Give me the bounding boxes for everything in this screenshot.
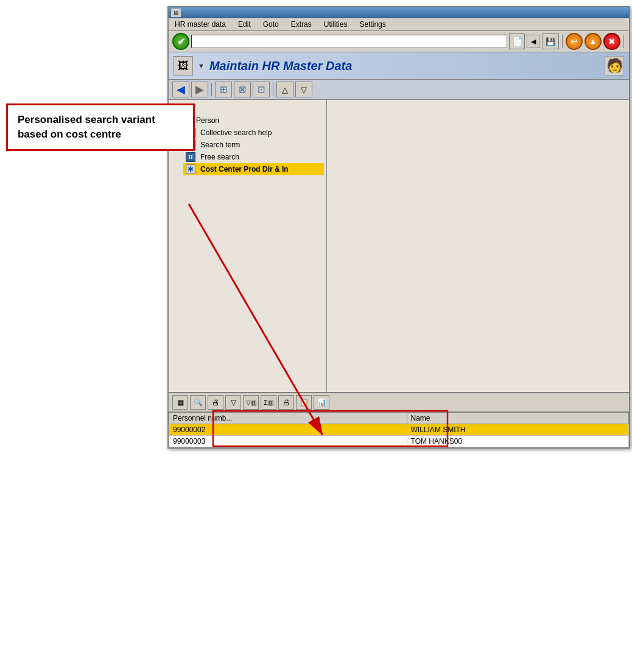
title-bar: 🖥 — [169, 7, 629, 18]
main-toolbar: ✔ 📄 ◀ 💾 ↩ ▲ ✖ — [169, 31, 629, 52]
menu-extras[interactable]: Extras — [290, 19, 313, 29]
callout-text: Personalised search variant based on cos… — [18, 114, 155, 140]
sub-separator-1 — [211, 83, 212, 96]
menu-goto[interactable]: Goto — [262, 19, 280, 29]
grid-btn-1[interactable]: ⊞ — [215, 82, 232, 97]
cancel-button[interactable]: ✖ — [603, 33, 620, 50]
col-personnel-number: Personnel numb... — [169, 413, 407, 424]
cell-id-2: 99000003 — [169, 436, 407, 447]
copy-btn[interactable]: 📋 — [296, 395, 312, 410]
col-name: Name — [407, 413, 628, 424]
cell-name-1: WILLIAM SMITH — [407, 424, 628, 436]
menu-utilities[interactable]: Utilities — [323, 19, 349, 29]
tree-item-label-free-search: Free search — [200, 153, 239, 161]
tree-item-cost-center[interactable]: ✱ Cost Center Prod Dir & In — [183, 163, 324, 175]
chart-btn[interactable]: 📊 — [314, 395, 329, 410]
tree-item-label-search-term: Search term — [200, 141, 240, 149]
up-btn[interactable]: △ — [276, 82, 293, 97]
sap-window: 🖥 HR master data Edit Goto Extras Utilit… — [167, 6, 630, 449]
header-dropdown[interactable]: ▼ — [198, 62, 205, 69]
app-title: Maintain HR Master Data — [209, 59, 353, 73]
menu-edit[interactable]: Edit — [237, 19, 252, 29]
right-panel — [327, 100, 629, 392]
cell-id-1: 99000002 — [169, 424, 407, 436]
tree-item-search-term[interactable]: H Search term — [183, 139, 324, 151]
menu-settings[interactable]: Settings — [358, 19, 387, 29]
cell-name-2: TOM HANKS00 — [407, 436, 628, 447]
sub-separator-2 — [273, 83, 273, 96]
app-header: 🖼 ▼ Maintain HR Master Data 🧑 — [169, 52, 629, 80]
toolbar-separator-2 — [623, 35, 624, 48]
document-button[interactable]: 📄 — [509, 33, 525, 49]
print-btn[interactable]: 🖨 — [208, 395, 223, 410]
bottom-toolbar: ▦ 🔍 🖨 ▽ ▽▥ Σ▥ 🖨 📋 📊 — [169, 393, 629, 412]
grid-btn-2[interactable]: ⊠ — [234, 82, 251, 97]
sum-btn[interactable]: Σ▥ — [261, 395, 276, 410]
back-nav-button[interactable]: ◀ — [527, 35, 540, 48]
person-icon: 🧑 — [605, 56, 624, 75]
grid-btn-3[interactable]: ⊡ — [253, 82, 270, 97]
menu-hr-master-data[interactable]: HR master data — [174, 19, 227, 29]
search-btn[interactable]: 🔍 — [190, 395, 206, 410]
prev-button[interactable]: ◀ — [172, 82, 189, 97]
toolbar-separator — [562, 35, 563, 48]
save-button[interactable]: 💾 — [542, 33, 559, 49]
hi-icon-3: H — [186, 152, 195, 162]
tree-item-label-cost-center: Cost Center Prod Dir & In — [200, 165, 289, 173]
menu-bar: HR master data Edit Goto Extras Utilitie… — [169, 18, 629, 31]
command-input[interactable] — [191, 35, 507, 48]
main-content: Find by ▽ 👥 Person H Collective search h… — [169, 100, 629, 392]
forward-button[interactable]: ▲ — [585, 33, 602, 50]
print2-btn[interactable]: 🖨 — [278, 395, 294, 410]
next-button[interactable]: ▶ — [191, 82, 208, 97]
filter-btn[interactable]: ▽ — [225, 395, 241, 410]
back-button[interactable]: ↩ — [566, 33, 583, 50]
star-icon: ✱ — [186, 164, 195, 174]
filter2-btn[interactable]: ▽▥ — [243, 395, 259, 410]
callout-box: Personalised search variant based on cos… — [6, 103, 195, 151]
table-view-btn[interactable]: ▦ — [172, 395, 188, 410]
tree-root-label: Person — [196, 116, 219, 125]
tree-item-free-search[interactable]: H Free search — [183, 151, 324, 163]
sub-toolbar: ◀ ▶ ⊞ ⊠ ⊡ △ ▽ — [169, 80, 629, 100]
data-table: Personnel numb... Name 99000002 WILLIAM … — [169, 412, 629, 447]
bottom-section: ▦ 🔍 🖨 ▽ ▽▥ Σ▥ 🖨 📋 📊 Personnel numb... Na… — [169, 392, 629, 447]
table-row[interactable]: 99000002 WILLIAM SMITH — [169, 424, 629, 436]
tree-item-collective[interactable]: H Collective search help — [183, 127, 324, 139]
app-header-icon-btn[interactable]: 🖼 — [174, 56, 193, 75]
down-btn[interactable]: ▽ — [295, 82, 312, 97]
title-bar-icon: 🖥 — [171, 9, 181, 17]
table-row[interactable]: 99000003 TOM HANKS00 — [169, 436, 629, 447]
check-button[interactable]: ✔ — [172, 33, 189, 50]
tree-item-label-collective: Collective search help — [200, 128, 272, 137]
